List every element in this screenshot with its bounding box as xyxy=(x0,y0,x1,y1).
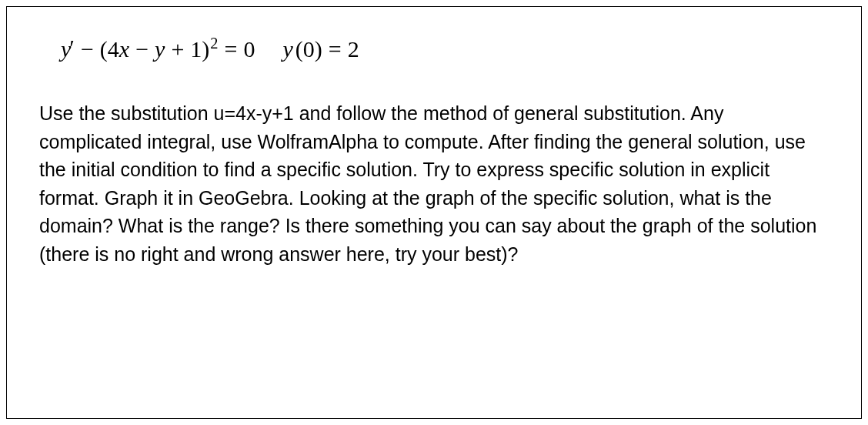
exponent-two: 2 xyxy=(210,35,218,52)
rhs-zero: 0 xyxy=(243,36,255,62)
ic-right-paren: ) xyxy=(315,36,322,62)
instructions-text: Use the substitution u=4x-y+1 and follow… xyxy=(39,99,829,268)
right-paren: ) xyxy=(202,36,209,62)
problem-box: y ′ − ( 4 x − y + 1 ) 2 = 0 y ( 0 ) = 2 … xyxy=(6,6,862,419)
left-paren: ( xyxy=(100,36,108,62)
var-x: x xyxy=(119,36,129,62)
minus-operator-2: − xyxy=(135,36,149,62)
equals-sign: = xyxy=(225,36,238,62)
minus-operator: − xyxy=(81,36,94,62)
ic-two: 2 xyxy=(348,36,359,62)
coef-four: 4 xyxy=(108,36,119,62)
ic-equals: = xyxy=(329,36,342,62)
plus-operator: + xyxy=(171,36,184,62)
var-y-2: y xyxy=(155,36,165,62)
initial-condition: y ( 0 ) = 2 xyxy=(282,36,359,62)
ic-var-y: y xyxy=(282,36,292,62)
prime-symbol: ′ xyxy=(69,35,75,61)
ic-zero: 0 xyxy=(303,36,315,62)
const-one: 1 xyxy=(190,36,202,62)
equation-row: y ′ − ( 4 x − y + 1 ) 2 = 0 y ( 0 ) = 2 xyxy=(61,36,829,62)
ode-equation: y ′ − ( 4 x − y + 1 ) 2 = 0 xyxy=(61,36,255,62)
ic-left-paren: ( xyxy=(295,36,303,62)
